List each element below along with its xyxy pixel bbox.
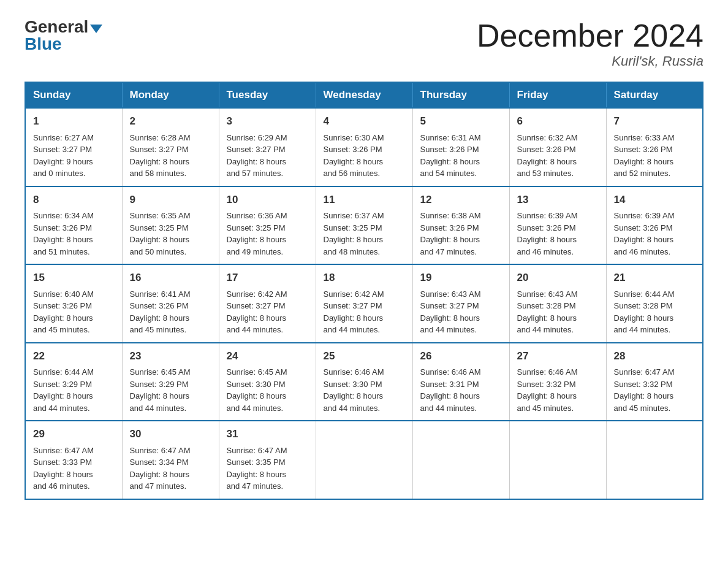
day-info: Sunrise: 6:38 AMSunset: 3:26 PMDaylight:… [420,211,481,256]
calendar-cell: 16 Sunrise: 6:41 AMSunset: 3:26 PMDaylig… [122,264,219,343]
calendar-week-row: 1 Sunrise: 6:27 AMSunset: 3:27 PMDayligh… [25,108,703,186]
day-number: 29 [33,426,115,442]
calendar-cell: 5 Sunrise: 6:31 AMSunset: 3:26 PMDayligh… [412,108,509,186]
calendar-cell: 17 Sunrise: 6:42 AMSunset: 3:27 PMDaylig… [219,264,316,343]
calendar-cell: 23 Sunrise: 6:45 AMSunset: 3:29 PMDaylig… [122,343,219,421]
day-number: 23 [130,348,211,364]
day-number: 13 [517,192,599,208]
day-header-wednesday: Wednesday [316,82,412,108]
calendar-table: SundayMondayTuesdayWednesdayThursdayFrid… [25,82,703,500]
day-info: Sunrise: 6:29 AMSunset: 3:27 PMDaylight:… [227,133,287,178]
day-info: Sunrise: 6:47 AMSunset: 3:33 PMDaylight:… [33,446,94,491]
day-info: Sunrise: 6:43 AMSunset: 3:27 PMDaylight:… [420,289,481,335]
logo-triangle-icon [90,25,102,33]
day-header-monday: Monday [122,82,219,108]
calendar-cell [509,421,606,499]
calendar-cell [316,421,412,499]
day-info: Sunrise: 6:33 AMSunset: 3:26 PMDaylight:… [614,133,675,178]
calendar-week-row: 29 Sunrise: 6:47 AMSunset: 3:33 PMDaylig… [25,421,703,499]
calendar-cell: 1 Sunrise: 6:27 AMSunset: 3:27 PMDayligh… [25,108,122,186]
day-info: Sunrise: 6:46 AMSunset: 3:32 PMDaylight:… [517,367,578,413]
day-info: Sunrise: 6:39 AMSunset: 3:26 PMDaylight:… [517,211,578,256]
logo: General Blue [25,18,102,53]
day-number: 12 [420,192,502,208]
day-info: Sunrise: 6:43 AMSunset: 3:28 PMDaylight:… [517,289,578,335]
day-number: 27 [517,348,599,364]
calendar-cell: 24 Sunrise: 6:45 AMSunset: 3:30 PMDaylig… [219,343,316,421]
day-header-saturday: Saturday [606,82,703,108]
day-number: 6 [517,113,599,129]
calendar-week-row: 8 Sunrise: 6:34 AMSunset: 3:26 PMDayligh… [25,186,703,265]
calendar-cell: 25 Sunrise: 6:46 AMSunset: 3:30 PMDaylig… [316,343,412,421]
day-info: Sunrise: 6:42 AMSunset: 3:27 PMDaylight:… [227,289,287,335]
calendar-cell: 27 Sunrise: 6:46 AMSunset: 3:32 PMDaylig… [509,343,606,421]
day-number: 14 [614,192,696,208]
calendar-cell: 4 Sunrise: 6:30 AMSunset: 3:26 PMDayligh… [316,108,412,186]
day-info: Sunrise: 6:34 AMSunset: 3:26 PMDaylight:… [33,211,94,256]
calendar-cell: 7 Sunrise: 6:33 AMSunset: 3:26 PMDayligh… [606,108,703,186]
location: Kuril'sk, Russia [477,53,703,69]
calendar-cell: 30 Sunrise: 6:47 AMSunset: 3:34 PMDaylig… [122,421,219,499]
logo-blue: Blue [25,34,62,53]
day-number: 31 [227,426,308,442]
calendar-cell: 9 Sunrise: 6:35 AMSunset: 3:25 PMDayligh… [122,186,219,265]
day-number: 2 [130,113,211,129]
calendar-cell: 6 Sunrise: 6:32 AMSunset: 3:26 PMDayligh… [509,108,606,186]
logo-text: General [25,18,102,36]
day-number: 15 [33,270,115,286]
calendar-cell: 2 Sunrise: 6:28 AMSunset: 3:27 PMDayligh… [122,108,219,186]
day-number: 18 [324,270,405,286]
day-number: 1 [33,113,115,129]
calendar-cell: 18 Sunrise: 6:42 AMSunset: 3:27 PMDaylig… [316,264,412,343]
day-header-sunday: Sunday [25,82,122,108]
day-number: 24 [227,348,308,364]
day-number: 4 [324,113,405,129]
day-info: Sunrise: 6:45 AMSunset: 3:30 PMDaylight:… [227,367,287,413]
day-info: Sunrise: 6:47 AMSunset: 3:35 PMDaylight:… [227,446,287,491]
day-number: 28 [614,348,696,364]
day-number: 10 [227,192,308,208]
day-number: 8 [33,192,115,208]
calendar-cell: 22 Sunrise: 6:44 AMSunset: 3:29 PMDaylig… [25,343,122,421]
calendar-cell: 31 Sunrise: 6:47 AMSunset: 3:35 PMDaylig… [219,421,316,499]
day-number: 16 [130,270,211,286]
day-info: Sunrise: 6:39 AMSunset: 3:26 PMDaylight:… [614,211,675,256]
day-number: 20 [517,270,599,286]
calendar-header-row: SundayMondayTuesdayWednesdayThursdayFrid… [25,82,703,108]
day-info: Sunrise: 6:36 AMSunset: 3:25 PMDaylight:… [227,211,287,256]
day-number: 21 [614,270,696,286]
day-number: 19 [420,270,502,286]
day-info: Sunrise: 6:31 AMSunset: 3:26 PMDaylight:… [420,133,481,178]
calendar-cell [412,421,509,499]
day-info: Sunrise: 6:47 AMSunset: 3:34 PMDaylight:… [130,446,191,491]
day-info: Sunrise: 6:42 AMSunset: 3:27 PMDaylight:… [324,289,384,335]
day-header-tuesday: Tuesday [219,82,316,108]
day-number: 25 [324,348,405,364]
day-info: Sunrise: 6:35 AMSunset: 3:25 PMDaylight:… [130,211,191,256]
calendar-cell: 13 Sunrise: 6:39 AMSunset: 3:26 PMDaylig… [509,186,606,265]
calendar-week-row: 15 Sunrise: 6:40 AMSunset: 3:26 PMDaylig… [25,264,703,343]
day-info: Sunrise: 6:46 AMSunset: 3:30 PMDaylight:… [324,367,384,413]
day-info: Sunrise: 6:46 AMSunset: 3:31 PMDaylight:… [420,367,481,413]
day-header-friday: Friday [509,82,606,108]
day-number: 5 [420,113,502,129]
calendar-cell: 14 Sunrise: 6:39 AMSunset: 3:26 PMDaylig… [606,186,703,265]
day-number: 3 [227,113,308,129]
calendar-cell: 10 Sunrise: 6:36 AMSunset: 3:25 PMDaylig… [219,186,316,265]
day-info: Sunrise: 6:27 AMSunset: 3:27 PMDaylight:… [33,133,94,178]
day-info: Sunrise: 6:32 AMSunset: 3:26 PMDaylight:… [517,133,578,178]
calendar-cell: 28 Sunrise: 6:47 AMSunset: 3:32 PMDaylig… [606,343,703,421]
calendar-cell: 29 Sunrise: 6:47 AMSunset: 3:33 PMDaylig… [25,421,122,499]
day-info: Sunrise: 6:44 AMSunset: 3:28 PMDaylight:… [614,289,675,335]
day-info: Sunrise: 6:28 AMSunset: 3:27 PMDaylight:… [130,133,191,178]
page-header: General Blue December 2024 Kuril'sk, Rus… [25,18,703,69]
day-info: Sunrise: 6:30 AMSunset: 3:26 PMDaylight:… [324,133,384,178]
day-info: Sunrise: 6:37 AMSunset: 3:25 PMDaylight:… [324,211,384,256]
day-number: 22 [33,348,115,364]
day-info: Sunrise: 6:41 AMSunset: 3:26 PMDaylight:… [130,289,191,335]
day-number: 26 [420,348,502,364]
calendar-cell: 21 Sunrise: 6:44 AMSunset: 3:28 PMDaylig… [606,264,703,343]
day-info: Sunrise: 6:40 AMSunset: 3:26 PMDaylight:… [33,289,94,335]
calendar-cell: 3 Sunrise: 6:29 AMSunset: 3:27 PMDayligh… [219,108,316,186]
calendar-cell: 26 Sunrise: 6:46 AMSunset: 3:31 PMDaylig… [412,343,509,421]
